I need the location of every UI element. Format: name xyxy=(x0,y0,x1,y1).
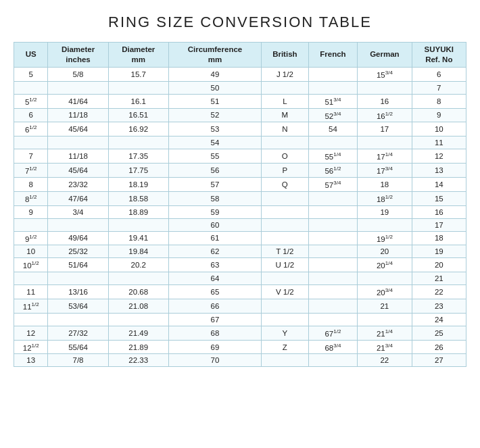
table-cell xyxy=(308,285,358,299)
table-cell xyxy=(308,245,358,258)
table-cell xyxy=(14,218,48,231)
table-cell: 23/32 xyxy=(48,177,108,191)
table-cell: 54 xyxy=(168,136,261,149)
table-cell xyxy=(358,136,412,149)
table-cell: N xyxy=(262,122,309,136)
table-cell: 66 xyxy=(168,299,261,313)
table-cell: 12 xyxy=(14,326,48,340)
table-cell: 19.41 xyxy=(108,231,168,245)
table-cell: 213/4 xyxy=(358,340,412,354)
table-cell: J 1/2 xyxy=(262,67,309,81)
table-cell: 211/4 xyxy=(358,326,412,340)
table-cell: 20 xyxy=(412,258,466,272)
table-row: 93/418.89591916 xyxy=(14,205,466,218)
table-cell xyxy=(308,67,358,81)
table-cell xyxy=(48,136,108,149)
table-row: 611/1816.5152M523/4161/29 xyxy=(14,108,466,122)
table-row: 71/245/6417.7556P561/2173/413 xyxy=(14,164,466,178)
table-cell: 47/64 xyxy=(48,191,108,205)
table-cell xyxy=(358,218,412,231)
conversion-table: US Diameterinches Diametermm Circumferen… xyxy=(14,42,466,367)
table-cell: 9 xyxy=(412,108,466,122)
table-cell: 11/18 xyxy=(48,108,108,122)
table-cell: 161/2 xyxy=(358,108,412,122)
table-cell: 11 xyxy=(14,285,48,299)
table-cell xyxy=(308,191,358,205)
table-cell: 22 xyxy=(412,285,466,299)
table-cell xyxy=(14,272,48,285)
table-cell: 61 xyxy=(168,231,261,245)
table-cell: 513/4 xyxy=(308,94,358,108)
table-cell: 153/4 xyxy=(358,67,412,81)
table-cell: 20.2 xyxy=(108,258,168,272)
table-row: 137/822.33702227 xyxy=(14,354,466,367)
table-cell: 21.49 xyxy=(108,326,168,340)
table-cell: V 1/2 xyxy=(262,285,309,299)
table-row: 6421 xyxy=(14,272,466,285)
table-cell xyxy=(108,136,168,149)
table-cell: 13/16 xyxy=(48,285,108,299)
table-cell xyxy=(262,231,309,245)
table-cell: 52 xyxy=(168,108,261,122)
table-cell: 45/64 xyxy=(48,122,108,136)
table-cell: 19 xyxy=(412,245,466,258)
table-cell: 51 xyxy=(168,94,261,108)
table-cell: 203/4 xyxy=(358,285,412,299)
table-cell: Q xyxy=(262,177,309,191)
table-cell: 70 xyxy=(168,354,261,367)
table-cell: Z xyxy=(262,340,309,354)
table-header-row: US Diameterinches Diametermm Circumferen… xyxy=(14,43,466,68)
table-row: 101/251/6420.263U 1/2201/420 xyxy=(14,258,466,272)
table-cell: 14 xyxy=(412,177,466,191)
table-cell: 11 xyxy=(412,136,466,149)
col-header-french: French xyxy=(308,43,358,68)
table-cell xyxy=(262,191,309,205)
table-cell: 8 xyxy=(412,94,466,108)
table-cell xyxy=(308,313,358,326)
table-cell: T 1/2 xyxy=(262,245,309,258)
table-cell: 19.84 xyxy=(108,245,168,258)
table-cell: 16 xyxy=(358,94,412,108)
table-cell xyxy=(48,218,108,231)
table-cell: 7/8 xyxy=(48,354,108,367)
table-cell: 57 xyxy=(168,177,261,191)
table-row: 823/3218.1957Q573/41814 xyxy=(14,177,466,191)
table-cell: 15 xyxy=(412,191,466,205)
table-cell: 17.75 xyxy=(108,164,168,178)
table-cell: 573/4 xyxy=(308,177,358,191)
table-row: 91/249/6419.4161191/218 xyxy=(14,231,466,245)
table-cell: 27 xyxy=(412,354,466,367)
table-cell xyxy=(262,354,309,367)
table-cell xyxy=(262,272,309,285)
table-row: 711/1817.3555O551/4171/412 xyxy=(14,149,466,164)
table-row: 121/255/6421.8969Z683/4213/426 xyxy=(14,340,466,354)
table-cell: Y xyxy=(262,326,309,340)
table-cell: 49/64 xyxy=(48,231,108,245)
table-cell: 69 xyxy=(168,340,261,354)
table-cell: 55/64 xyxy=(48,340,108,354)
table-cell: 21.89 xyxy=(108,340,168,354)
table-cell: 55 xyxy=(168,149,261,164)
table-cell: 41/64 xyxy=(48,94,108,108)
table-cell: 81/2 xyxy=(14,191,48,205)
table-cell: 15.7 xyxy=(108,67,168,81)
table-row: 81/247/6418.5858181/215 xyxy=(14,191,466,205)
table-cell: P xyxy=(262,164,309,178)
table-cell: 21 xyxy=(412,272,466,285)
table-cell: 63 xyxy=(168,258,261,272)
table-cell: 58 xyxy=(168,191,261,205)
table-row: 6017 xyxy=(14,218,466,231)
table-cell xyxy=(108,81,168,94)
table-cell: 21 xyxy=(358,299,412,313)
table-cell: 23 xyxy=(412,299,466,313)
table-cell: M xyxy=(262,108,309,122)
table-cell: 7 xyxy=(412,81,466,94)
table-cell: 18.89 xyxy=(108,205,168,218)
table-cell xyxy=(358,272,412,285)
table-cell: 17.35 xyxy=(108,149,168,164)
table-cell: 5/8 xyxy=(48,67,108,81)
table-cell xyxy=(308,272,358,285)
table-row: 1113/1620.6865V 1/2203/422 xyxy=(14,285,466,299)
table-cell: 6 xyxy=(14,108,48,122)
table-cell: 27/32 xyxy=(48,326,108,340)
